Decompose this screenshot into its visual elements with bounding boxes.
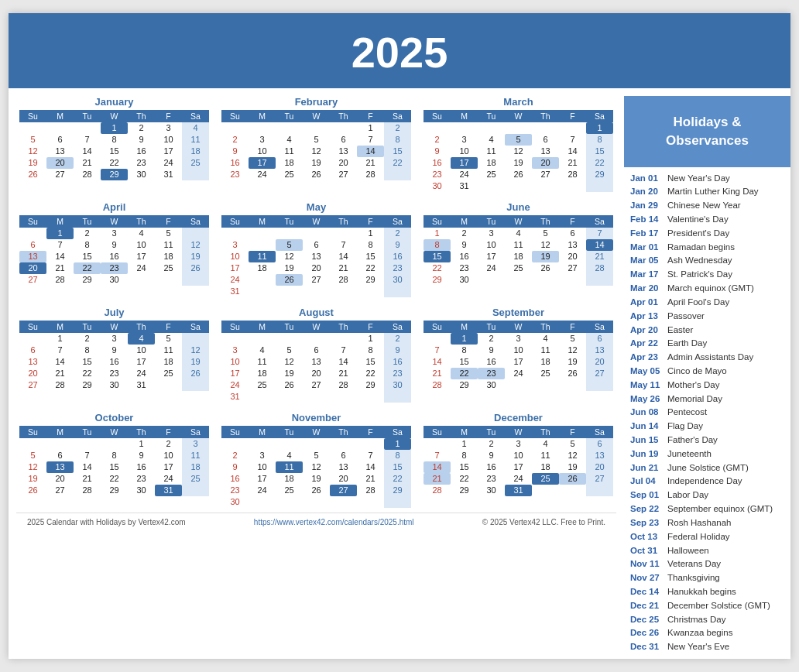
table-cell: 18 [155,356,182,368]
col-f: F [559,215,586,228]
table-cell: 23 [478,368,505,379]
table-cell: 10 [249,146,276,157]
table-cell: 24 [451,169,478,180]
holiday-name: Cinco de Mayo [667,365,727,379]
holiday-date: Feb 17 [630,227,664,241]
table-cell: 16 [478,356,505,368]
holiday-name: Easter [667,324,693,338]
month-november: November Su M Tu W Th F Sa [221,412,411,508]
table-cell: 14 [559,146,586,157]
table-cell: 17 [221,262,249,274]
col-f: F [155,110,182,122]
table-cell [276,286,303,297]
table-cell: 28 [424,379,451,391]
table-cell: 8 [451,450,478,461]
holiday-name: New Year's Day [667,172,730,186]
table-cell: 24 [221,274,249,286]
table-cell: 14 [74,146,101,157]
table-cell: 16 [478,461,505,473]
table-cell: 5 [505,134,532,146]
table-cell: 1 [451,333,478,345]
col-m: M [249,426,276,438]
table-cell: 10 [221,251,249,262]
table-cell: 25 [532,473,559,485]
table-cell: 16 [101,251,128,262]
table-cell: 7 [74,134,101,146]
table-cell [249,391,276,403]
table-cell: 22 [74,368,101,379]
table-cell: 1 [424,228,451,239]
cal-table-december: Su M Tu W Th F Sa [424,426,613,496]
table-cell: 30 [384,379,411,391]
table-cell: 28 [46,274,74,286]
col-w: W [101,321,128,333]
col-m: M [249,321,276,333]
table-cell: 9 [384,345,411,356]
holiday-name: April Fool's Day [667,296,729,310]
table-cell: 21 [330,262,357,274]
list-item: Apr 20Easter [630,324,784,338]
table-cell: 2 [451,228,478,239]
table-cell: 6 [19,345,46,356]
table-cell [478,122,505,134]
table-cell: 19 [505,157,532,169]
table-cell: 8 [101,134,128,146]
main-layout: January Su M Tu W Th F Sa [9,96,790,659]
table-cell: 6 [532,134,559,146]
table-cell: 7 [357,134,384,146]
table-cell: 28 [357,169,384,180]
table-cell: 10 [221,356,249,368]
table-cell [532,485,559,496]
col-w: W [505,426,532,438]
footer-link[interactable]: https://www.vertex42.com/calendars/2025.… [254,518,414,526]
holidays-header: Holidays &Observances [624,96,790,167]
col-w: W [101,215,128,228]
table-cell: 26 [19,485,46,496]
holiday-name: Flag Day [667,420,703,434]
table-cell: 29 [451,379,478,391]
table-cell: 24 [221,379,249,391]
col-su: Su [221,215,249,228]
cal-table-september: Su M Tu W Th F Sa [424,321,613,391]
holiday-date: Apr 22 [630,337,664,351]
table-cell: 22 [357,262,384,274]
table-cell [384,169,411,180]
month-march: March Su M Tu W Th F Sa [424,96,613,192]
table-cell [249,438,276,450]
table-cell: 2 [384,228,411,239]
table-cell: 14 [586,239,613,251]
table-cell: 12 [276,356,303,368]
list-item: May 05Cinco de Mayo [630,365,784,379]
table-cell [276,228,303,239]
table-cell [19,333,46,345]
holiday-name: Ramadan begins [667,241,735,255]
table-cell [249,274,276,286]
table-cell: 17 [128,251,155,262]
table-cell: 31 [155,485,182,496]
month-title-september: September [424,307,613,318]
table-cell: 20 [559,251,586,262]
list-item: Nov 27Thanksgiving [630,571,784,585]
table-cell: 1 [46,228,74,239]
table-cell: 7 [424,450,451,461]
table-cell [249,286,276,297]
col-w: W [505,321,532,333]
table-cell: 12 [303,461,330,473]
table-cell: 15 [451,356,478,368]
table-cell: 7 [559,134,586,146]
table-cell: 30 [101,379,128,391]
list-item: Dec 25Christmas Day [630,613,784,627]
table-cell: 29 [101,485,128,496]
holiday-date: Feb 14 [630,213,664,227]
table-cell: 9 [451,239,478,251]
col-th: Th [532,110,559,122]
table-cell: 22 [101,473,128,485]
list-item: Dec 21December Solstice (GMT) [630,599,784,613]
month-title-october: October [19,412,209,423]
holiday-date: Dec 26 [630,626,664,640]
table-cell: 13 [330,146,357,157]
table-cell: 30 [128,169,155,180]
table-cell: 25 [249,379,276,391]
holiday-date: Sep 23 [630,516,664,530]
table-cell [330,122,357,134]
